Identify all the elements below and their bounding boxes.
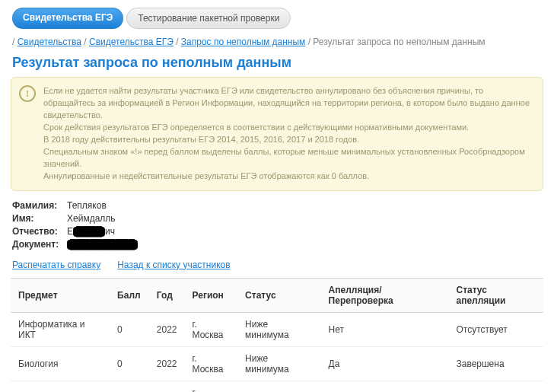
value-document: ██████████ bbox=[67, 239, 138, 250]
notice-line: Срок действия результатов ЕГЭ определяет… bbox=[43, 122, 535, 134]
redacted-patronymic: ████ bbox=[73, 227, 105, 237]
results-table: Предмет Балл Год Регион Статус Апелляция… bbox=[11, 278, 543, 392]
th-subject: Предмет bbox=[11, 278, 110, 312]
value-surname: Тепляков bbox=[67, 200, 107, 211]
patronymic-prefix: Е bbox=[67, 226, 73, 237]
cell-score: 0 bbox=[110, 312, 149, 346]
cell-status: Действующий bbox=[237, 381, 320, 392]
cell-appeal: Да bbox=[321, 381, 449, 392]
breadcrumb-link-3[interactable]: Запрос по неполным данным bbox=[181, 37, 305, 47]
notice-line: Специальным знаком «!» перед баллом выде… bbox=[43, 146, 535, 171]
cell-appeal: Нет bbox=[321, 312, 449, 346]
th-score: Балл bbox=[110, 278, 149, 312]
page-title: Результат запроса по неполным данным bbox=[0, 50, 554, 77]
notice-line: Если не удается найти результаты участни… bbox=[43, 85, 535, 122]
label-name: Имя: bbox=[12, 213, 67, 224]
person-block: Фамилия: Тепляков Имя: Хеймдалль Отчеств… bbox=[0, 200, 554, 258]
notice-line: В 2018 году действительны результаты ЕГЭ… bbox=[43, 134, 535, 146]
cell-appeal-status: Завершена bbox=[448, 381, 543, 392]
label-surname: Фамилия: bbox=[12, 200, 67, 211]
print-link[interactable]: Распечатать справку bbox=[12, 260, 100, 270]
cell-appeal-status: Завершена bbox=[448, 346, 543, 381]
cell-appeal: Да bbox=[321, 346, 449, 381]
th-appeal-status: Статус апелляции bbox=[448, 278, 543, 312]
table-header-row: Предмет Балл Год Регион Статус Апелляция… bbox=[11, 278, 543, 312]
cell-year: 2022 bbox=[149, 346, 185, 381]
action-links: Распечатать справку Назад к списку участ… bbox=[0, 258, 554, 278]
cell-status: Ниже минимума bbox=[237, 312, 320, 346]
breadcrumb: / Свидетельства / Свидетельства ЕГЭ / За… bbox=[0, 29, 554, 50]
breadcrumb-link-2[interactable]: Свидетельства ЕГЭ bbox=[89, 37, 174, 47]
breadcrumb-current: Результат запроса по неполным данным bbox=[313, 37, 485, 47]
patronymic-suffix: ич bbox=[105, 226, 115, 237]
tab-certificates[interactable]: Свидетельства ЕГЭ bbox=[12, 8, 123, 29]
th-year: Год bbox=[149, 278, 185, 312]
cell-subject: Информатика и ИКТ bbox=[11, 312, 110, 346]
cell-status: Ниже минимума bbox=[237, 346, 320, 381]
redacted-document: ██████████ bbox=[67, 240, 138, 250]
breadcrumb-link-1[interactable]: Свидетельства bbox=[18, 37, 81, 47]
cell-subject: География bbox=[11, 381, 110, 392]
cell-subject: Биология bbox=[11, 346, 110, 381]
table-row: География462022г. МоскваДействующийДаЗав… bbox=[11, 381, 543, 392]
tab-batch-test[interactable]: Тестирование пакетной проверки bbox=[126, 8, 291, 29]
tabs-bar: Свидетельства ЕГЭ Тестирование пакетной … bbox=[0, 0, 554, 29]
cell-score: 46 bbox=[110, 381, 149, 392]
th-status: Статус bbox=[237, 278, 320, 312]
notice-text: Если не удается найти результаты участни… bbox=[43, 85, 535, 183]
value-patronymic: Е████ич bbox=[67, 226, 115, 237]
label-document: Документ: bbox=[12, 239, 67, 250]
table-row: Биология02022г. МоскваНиже минимумаДаЗав… bbox=[11, 346, 543, 381]
cell-appeal-status: Отсутствует bbox=[448, 312, 543, 346]
th-region: Регион bbox=[185, 278, 238, 312]
cell-year: 2022 bbox=[149, 381, 185, 392]
th-appeal: Апелляция/Перепроверка bbox=[321, 278, 449, 312]
label-patronymic: Отчество: bbox=[12, 226, 67, 237]
info-icon: ! bbox=[19, 85, 36, 102]
cell-year: 2022 bbox=[149, 312, 185, 346]
cell-region: г. Москва bbox=[185, 312, 238, 346]
notice-line: Аннулированные и недействительные резуль… bbox=[43, 171, 535, 183]
back-link[interactable]: Назад к списку участников bbox=[117, 260, 230, 270]
cell-score: 0 bbox=[110, 346, 149, 381]
notice-box: ! Если не удается найти результаты участ… bbox=[11, 77, 543, 191]
table-row: Информатика и ИКТ02022г. МоскваНиже мини… bbox=[11, 312, 543, 346]
value-name: Хеймдалль bbox=[67, 213, 116, 224]
cell-region: г. Москва bbox=[185, 346, 238, 381]
cell-region: г. Москва bbox=[185, 381, 238, 392]
